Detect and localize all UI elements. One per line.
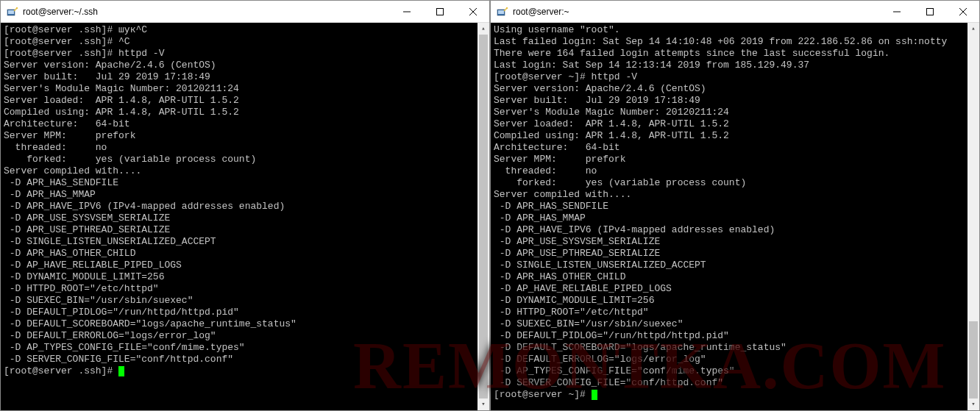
terminal-line: There were 164 failed login attempts sin… [494, 48, 976, 60]
cursor [592, 390, 597, 400]
putty-icon [7, 6, 18, 18]
terminal-line: -D SINGLE_LISTEN_UNSERIALIZED_ACCEPT [4, 236, 486, 248]
terminal-line: -D DEFAULT_ERRORLOG="logs/error_log" [494, 354, 976, 365]
minimize-button[interactable] [880, 1, 913, 22]
scrollbar[interactable]: ▴ ▾ [967, 23, 979, 410]
terminal-line: -D SERVER_CONFIG_FILE="conf/httpd.conf" [494, 377, 976, 389]
terminal-line: -D HTTPD_ROOT="/etc/httpd" [494, 307, 976, 318]
scroll-track[interactable] [477, 35, 489, 399]
terminal-line: -D DEFAULT_SCOREBOARD="logs/apache_runti… [4, 318, 486, 330]
close-button[interactable] [456, 1, 489, 22]
window-title: root@server:~ [513, 7, 880, 17]
terminal-line: -D APR_USE_SYSVSEM_SERIALIZE [494, 236, 976, 248]
terminal-line: -D SERVER_CONFIG_FILE="conf/httpd.conf" [4, 354, 486, 365]
svg-rect-13 [926, 8, 933, 15]
putty-window-left: root@server:~/.ssh [root@server .ssh]# ш… [0, 0, 490, 411]
putty-window-right: root@server:~ Using username "root".Last… [490, 0, 980, 411]
window-title: root@server:~/.ssh [23, 7, 390, 17]
terminal-line: -D APR_USE_PTHREAD_SERIALIZE [4, 224, 486, 236]
terminal-line: -D APR_HAS_MMAP [4, 189, 486, 201]
terminal-line: threaded: no [4, 142, 486, 154]
terminal-line: forked: yes (variable process count) [494, 177, 976, 189]
terminal-line: Server compiled with.... [494, 189, 976, 201]
terminal-line: [root@server ~]# httpd -V [494, 71, 976, 83]
terminal-line: [root@server .ssh]# шук^C [4, 24, 486, 36]
terminal-line: -D DEFAULT_ERRORLOG="logs/error_log" [4, 330, 486, 342]
terminal-line: -D DEFAULT_PIDLOG="/run/httpd/httpd.pid" [494, 330, 976, 342]
scroll-track[interactable] [967, 35, 979, 399]
terminal-line: forked: yes (variable process count) [4, 154, 486, 165]
scrollbar[interactable]: ▴ ▾ [477, 23, 489, 410]
terminal-line: -D AP_HAVE_RELIABLE_PIPED_LOGS [494, 283, 976, 295]
terminal-line: -D AP_TYPES_CONFIG_FILE="conf/mime.types… [4, 342, 486, 354]
terminal-line: Server MPM: prefork [494, 154, 976, 165]
terminal-line: -D DEFAULT_SCOREBOARD="logs/apache_runti… [494, 342, 976, 354]
terminal-line: -D SUEXEC_BIN="/usr/sbin/suexec" [4, 295, 486, 307]
terminal-line: -D SINGLE_LISTEN_UNSERIALIZED_ACCEPT [494, 260, 976, 271]
titlebar[interactable]: root@server:~/.ssh [1, 1, 489, 23]
svg-rect-5 [436, 8, 443, 15]
terminal-line: [root@server .ssh]# ^C [4, 36, 486, 48]
terminal-line: Server version: Apache/2.4.6 (CentOS) [4, 60, 486, 71]
maximize-button[interactable] [913, 1, 946, 22]
scroll-up-button[interactable]: ▴ [477, 23, 489, 35]
prompt-line[interactable]: [root@server .ssh]# [4, 365, 486, 377]
prompt-text: [root@server ~]# [494, 389, 592, 400]
terminal-line: -D SUEXEC_BIN="/usr/sbin/suexec" [494, 318, 976, 330]
terminal-line: -D APR_HAS_OTHER_CHILD [4, 248, 486, 260]
terminal-line: -D APR_USE_PTHREAD_SERIALIZE [494, 248, 976, 260]
terminal-area[interactable]: [root@server .ssh]# шук^C[root@server .s… [1, 23, 489, 410]
terminal-line: -D APR_HAS_SENDFILE [4, 177, 486, 189]
putty-icon [497, 6, 508, 18]
scroll-down-button[interactable]: ▾ [967, 399, 979, 410]
terminal-line: [root@server .ssh]# httpd -V [4, 48, 486, 60]
terminal-line: -D DEFAULT_PIDLOG="/run/httpd/httpd.pid" [4, 307, 486, 318]
terminal-line: Server MPM: prefork [4, 130, 486, 142]
terminal-line: Server's Module Magic Number: 20120211:2… [4, 83, 486, 95]
terminal-line: -D DYNAMIC_MODULE_LIMIT=256 [4, 271, 486, 283]
scroll-thumb[interactable] [479, 35, 488, 401]
terminal-line: -D APR_HAVE_IPV6 (IPv4-mapped addresses … [4, 201, 486, 212]
titlebar[interactable]: root@server:~ [491, 1, 979, 23]
terminal-line: Server compiled with.... [4, 165, 486, 177]
close-button[interactable] [946, 1, 979, 22]
window-controls [390, 1, 489, 22]
terminal-line: Server built: Jul 29 2019 17:18:49 [494, 95, 976, 107]
terminal-line: -D APR_USE_SYSVSEM_SERIALIZE [4, 212, 486, 224]
terminal-line: Server loaded: APR 1.4.8, APR-UTIL 1.5.2 [4, 95, 486, 107]
scroll-down-button[interactable]: ▾ [477, 399, 489, 410]
terminal-line: Compiled using: APR 1.4.8, APR-UTIL 1.5.… [494, 130, 976, 142]
terminal-line: -D APR_HAS_SENDFILE [494, 201, 976, 212]
terminal-line: threaded: no [494, 165, 976, 177]
svg-rect-1 [8, 10, 14, 14]
svg-rect-9 [498, 10, 504, 14]
scroll-up-button[interactable]: ▴ [967, 23, 979, 35]
scroll-thumb[interactable] [969, 321, 978, 401]
minimize-button[interactable] [390, 1, 423, 22]
svg-point-3 [16, 7, 18, 8]
prompt-text: [root@server .ssh]# [4, 365, 118, 376]
cursor [118, 366, 124, 376]
terminal-line: Architecture: 64-bit [494, 142, 976, 154]
terminal-line: Server version: Apache/2.4.6 (CentOS) [494, 83, 976, 95]
terminal-line: Compiled using: APR 1.4.8, APR-UTIL 1.5.… [4, 107, 486, 118]
maximize-button[interactable] [423, 1, 456, 22]
terminal-line: -D AP_TYPES_CONFIG_FILE="conf/mime.types… [494, 365, 976, 377]
terminal-line: Last failed login: Sat Sep 14 14:10:48 +… [494, 36, 976, 48]
terminal-line: Architecture: 64-bit [4, 118, 486, 130]
terminal-line: -D APR_HAVE_IPV6 (IPv4-mapped addresses … [494, 224, 976, 236]
terminal-line: Using username "root". [494, 24, 976, 36]
terminal-line: Server loaded: APR 1.4.8, APR-UTIL 1.5.2 [494, 118, 976, 130]
terminal-line: Last login: Sat Sep 14 12:13:14 2019 fro… [494, 60, 976, 71]
terminal-line: Server's Module Magic Number: 20120211:2… [494, 107, 976, 118]
terminal-area[interactable]: Using username "root".Last failed login:… [491, 23, 979, 410]
svg-point-11 [506, 7, 508, 8]
terminal-line: -D AP_HAVE_RELIABLE_PIPED_LOGS [4, 260, 486, 271]
terminal-line: -D HTTPD_ROOT="/etc/httpd" [4, 283, 486, 295]
terminal-line: -D DYNAMIC_MODULE_LIMIT=256 [494, 295, 976, 307]
prompt-line[interactable]: [root@server ~]# [494, 389, 976, 401]
terminal-line: -D APR_HAS_MMAP [494, 212, 976, 224]
terminal-line: -D APR_HAS_OTHER_CHILD [494, 271, 976, 283]
window-controls [880, 1, 979, 22]
terminal-line: Server built: Jul 29 2019 17:18:49 [4, 71, 486, 83]
